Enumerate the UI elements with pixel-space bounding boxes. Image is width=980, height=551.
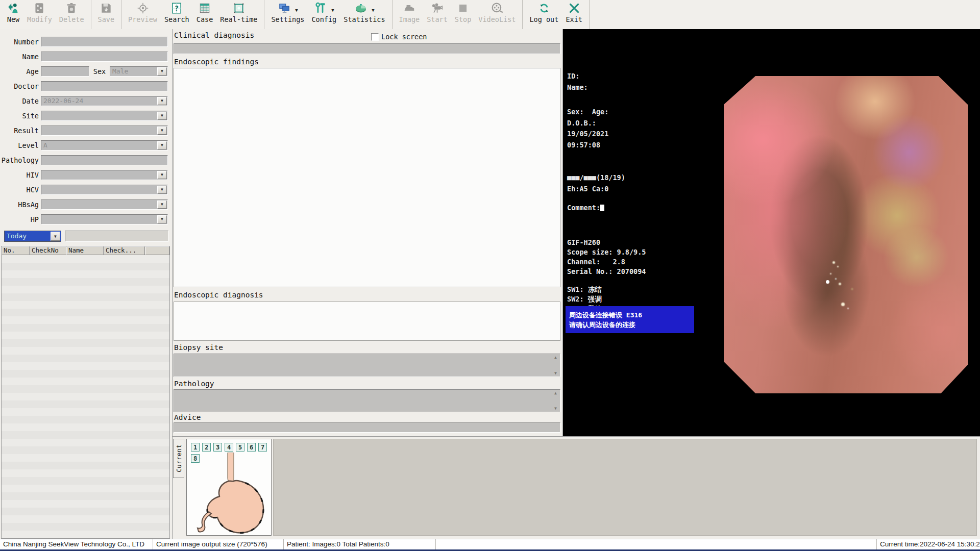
endoscopic-findings-textarea[interactable]	[174, 68, 560, 287]
table-row[interactable]	[2, 347, 169, 355]
table-row[interactable]	[2, 309, 169, 316]
table-row[interactable]	[2, 416, 169, 423]
table-row[interactable]	[2, 477, 169, 485]
table-row[interactable]	[2, 301, 169, 309]
chevron-down-icon[interactable]: ▼	[331, 8, 334, 13]
scrollbar[interactable]: ▲▼	[552, 391, 559, 411]
scroll-up-icon[interactable]: ▲	[554, 391, 557, 395]
clinical-diagnosis-input[interactable]	[174, 43, 560, 54]
checkbox-icon[interactable]	[371, 33, 379, 41]
table-row[interactable]	[2, 393, 169, 400]
hp-field[interactable]: ▼	[41, 214, 168, 224]
table-row[interactable]	[2, 469, 169, 477]
column-header-checkno[interactable]: CheckNo	[30, 246, 66, 255]
column-header-blank[interactable]	[145, 246, 169, 255]
level-field[interactable]: A▼	[41, 140, 168, 151]
site-number-2[interactable]: 2	[202, 443, 211, 452]
chevron-down-icon[interactable]: ▼	[157, 141, 167, 149]
lock-screen-checkbox[interactable]: Lock screen	[371, 33, 427, 41]
table-row[interactable]	[2, 324, 169, 332]
chevron-down-icon[interactable]: ▼	[157, 97, 167, 105]
site-map-thumbnail[interactable]: 12345678	[186, 439, 272, 536]
sex-field[interactable]: Male▼	[110, 66, 168, 77]
age-field[interactable]	[41, 66, 89, 77]
site-number-5[interactable]: 5	[236, 443, 244, 452]
toolbar-button-exit[interactable]: Exit	[562, 0, 586, 29]
chevron-down-icon[interactable]: ▼	[157, 186, 167, 194]
table-row[interactable]	[2, 362, 169, 370]
table-row[interactable]	[2, 492, 169, 500]
pathology-textarea[interactable]: ▲▼	[174, 389, 560, 412]
table-row[interactable]	[2, 515, 169, 523]
result-field[interactable]: ▼	[41, 126, 168, 136]
table-row[interactable]	[2, 446, 169, 454]
toolbar-button-search[interactable]: ?Search	[161, 0, 193, 29]
chevron-down-icon[interactable]: ▼	[157, 67, 167, 76]
site-number-6[interactable]: 6	[247, 443, 256, 452]
hcv-field[interactable]: ▼	[41, 185, 168, 195]
toolbar-button-realtime[interactable]: Real-time	[216, 0, 261, 29]
biopsy-site-textarea[interactable]: ▲▼	[174, 354, 560, 377]
column-header-name[interactable]: Name	[66, 246, 104, 255]
table-row[interactable]	[2, 500, 169, 508]
table-row[interactable]	[2, 255, 169, 263]
advice-input[interactable]	[174, 422, 560, 433]
site-number-4[interactable]: 4	[225, 443, 233, 452]
table-row[interactable]	[2, 286, 169, 293]
site-field[interactable]: ▼	[41, 111, 168, 121]
patient-table-body[interactable]	[2, 255, 169, 538]
chevron-down-icon[interactable]: ▼	[157, 201, 167, 209]
name-field[interactable]	[41, 52, 168, 62]
site-number-3[interactable]: 3	[213, 443, 222, 452]
hiv-field[interactable]: ▼	[41, 170, 168, 180]
table-row[interactable]	[2, 400, 169, 408]
table-row[interactable]	[2, 385, 169, 393]
hbsag-field[interactable]: ▼	[41, 199, 168, 210]
column-header-no[interactable]: No.	[2, 246, 30, 255]
scroll-down-icon[interactable]: ▼	[554, 406, 557, 411]
number-field[interactable]	[41, 37, 168, 47]
column-header-check[interactable]: Check...	[104, 246, 145, 255]
toolbar-button-statistics[interactable]: ▼Statistics	[340, 0, 388, 29]
scrollbar[interactable]: ▲▼	[552, 355, 559, 375]
table-row[interactable]	[2, 270, 169, 278]
site-number-7[interactable]: 7	[258, 443, 267, 452]
table-row[interactable]	[2, 263, 169, 270]
table-row[interactable]	[2, 355, 169, 362]
table-row[interactable]	[2, 339, 169, 347]
table-row[interactable]	[2, 370, 169, 378]
table-row[interactable]	[2, 454, 169, 462]
chevron-down-icon[interactable]: ▼	[295, 8, 298, 13]
endoscopic-diagnosis-textarea[interactable]	[174, 302, 560, 341]
doctor-field[interactable]	[41, 81, 168, 91]
table-row[interactable]	[2, 316, 169, 324]
table-row[interactable]	[2, 531, 169, 538]
chevron-down-icon[interactable]: ▼	[372, 8, 374, 13]
chevron-down-icon[interactable]: ▼	[157, 171, 167, 179]
table-row[interactable]	[2, 508, 169, 515]
date-field[interactable]: 2022-06-24▼	[41, 96, 168, 106]
table-row[interactable]	[2, 485, 169, 492]
toolbar-button-new[interactable]: New	[3, 0, 23, 29]
table-row[interactable]	[2, 332, 169, 339]
table-row[interactable]	[2, 378, 169, 385]
chevron-down-icon[interactable]: ▼	[51, 232, 60, 241]
site-number-1[interactable]: 1	[191, 443, 200, 452]
scroll-down-icon[interactable]: ▼	[554, 371, 557, 375]
toolbar-button-case[interactable]: Case	[193, 0, 217, 29]
toolbar-button-logout[interactable]: Log out	[526, 0, 562, 29]
table-row[interactable]	[2, 431, 169, 439]
table-row[interactable]	[2, 278, 169, 286]
toolbar-button-config[interactable]: ▼Config	[308, 0, 340, 29]
table-row[interactable]	[2, 439, 169, 446]
table-row[interactable]	[2, 462, 169, 469]
table-row[interactable]	[2, 523, 169, 531]
date-filter-dropdown[interactable]: Today ▼	[4, 231, 61, 242]
chevron-down-icon[interactable]: ▼	[157, 112, 167, 120]
patient-search-input[interactable]	[65, 231, 168, 242]
scroll-up-icon[interactable]: ▲	[554, 355, 557, 360]
chevron-down-icon[interactable]: ▼	[157, 127, 167, 135]
toolbar-button-settings[interactable]: ▼Settings	[267, 0, 308, 29]
chevron-down-icon[interactable]: ▼	[157, 215, 167, 223]
tab-current[interactable]: Current	[173, 439, 184, 478]
